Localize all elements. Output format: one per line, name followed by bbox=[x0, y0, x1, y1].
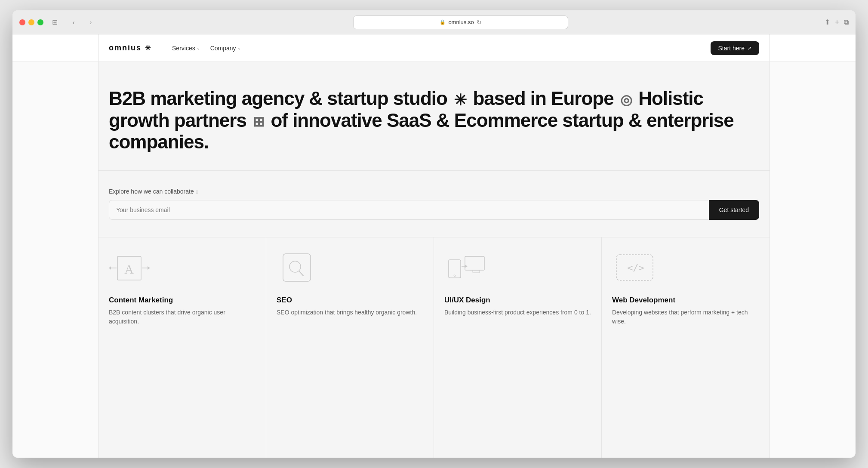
logo-icon: ✳ bbox=[145, 44, 151, 52]
services-grid: A Content Marketing B2B content clusters… bbox=[98, 237, 770, 458]
cta-label-text: Explore how we can collaborate ↓ bbox=[109, 188, 199, 195]
svg-rect-11 bbox=[465, 256, 484, 270]
content-marketing-title: Content Marketing bbox=[109, 296, 255, 305]
hero-title: B2B marketing agency & startup studio ✳ … bbox=[109, 88, 759, 153]
address-bar-container: 🔒 omnius.so ↻ bbox=[102, 15, 819, 29]
get-started-button[interactable]: Get started bbox=[709, 200, 759, 220]
svg-marker-3 bbox=[109, 266, 111, 270]
share-icon[interactable]: ⬆ bbox=[825, 18, 830, 26]
service-card-seo: SEO SEO optimization that brings healthy… bbox=[266, 237, 434, 458]
svg-marker-15 bbox=[465, 265, 468, 268]
cta-section: Explore how we can collaborate ↓ Get sta… bbox=[98, 171, 770, 237]
forward-button[interactable]: › bbox=[85, 16, 97, 28]
back-button[interactable]: ‹ bbox=[68, 16, 80, 28]
get-started-label: Get started bbox=[719, 206, 749, 213]
logo[interactable]: omnius ✳ bbox=[109, 43, 151, 52]
svg-line-8 bbox=[299, 271, 303, 276]
seo-icon bbox=[277, 251, 324, 286]
content-marketing-desc: B2B content clusters that drive organic … bbox=[109, 308, 255, 326]
webdev-icon: </> bbox=[612, 251, 659, 286]
content-marketing-icon: A bbox=[109, 251, 156, 286]
navbar-content: omnius ✳ Services ⌄ Company ⌄ Start here… bbox=[98, 34, 770, 62]
page-content: omnius ✳ Services ⌄ Company ⌄ Start here… bbox=[12, 34, 856, 458]
webdev-desc: Developing websites that perform marketi… bbox=[612, 308, 759, 326]
start-here-button[interactable]: Start here ↗ bbox=[711, 41, 759, 55]
email-input[interactable] bbox=[109, 200, 709, 220]
browser-window: ⊞ ‹ › 🔒 omnius.so ↻ ⬆ ＋ ⧉ omnius ✳ bbox=[12, 10, 856, 458]
service-card-uiux: UI/UX Design Building business-first pro… bbox=[434, 237, 602, 458]
nav-links: Services ⌄ Company ⌄ bbox=[169, 42, 244, 54]
company-label: Company bbox=[210, 45, 236, 52]
url-text: omnius.so bbox=[448, 19, 474, 25]
fullscreen-button[interactable] bbox=[37, 19, 43, 25]
traffic-lights bbox=[19, 19, 43, 25]
svg-rect-13 bbox=[473, 270, 480, 273]
uiux-desc: Building business-first product experien… bbox=[444, 308, 591, 317]
hero-icon-3: ⊞ bbox=[253, 114, 264, 130]
navbar-left-spacer bbox=[12, 34, 98, 62]
seo-title: SEO bbox=[277, 296, 423, 305]
browser-chrome: ⊞ ‹ › 🔒 omnius.so ↻ ⬆ ＋ ⧉ bbox=[12, 10, 856, 34]
start-here-label: Start here bbox=[718, 45, 745, 52]
minimize-button[interactable] bbox=[28, 19, 34, 25]
content-row: B2B marketing agency & startup studio ✳ … bbox=[12, 62, 856, 458]
services-label: Services bbox=[172, 45, 195, 52]
uiux-title: UI/UX Design bbox=[444, 296, 591, 305]
svg-marker-5 bbox=[148, 266, 150, 270]
hero-text-2: based in Europe bbox=[468, 88, 619, 109]
main-panel: B2B marketing agency & startup studio ✳ … bbox=[98, 62, 770, 458]
services-nav-item[interactable]: Services ⌄ bbox=[169, 42, 203, 54]
address-bar[interactable]: 🔒 omnius.so ↻ bbox=[353, 15, 568, 29]
reload-icon[interactable]: ↻ bbox=[477, 19, 482, 26]
close-button[interactable] bbox=[19, 19, 25, 25]
svg-point-10 bbox=[454, 275, 456, 277]
hero-icon-1: ✳ bbox=[454, 91, 466, 109]
company-chevron-icon: ⌄ bbox=[237, 46, 241, 50]
svg-text:A: A bbox=[124, 262, 134, 276]
services-chevron-icon: ⌄ bbox=[197, 46, 200, 50]
webdev-title: Web Development bbox=[612, 296, 759, 305]
tabs-icon[interactable]: ⧉ bbox=[844, 18, 849, 26]
sidebar-toggle-icon[interactable]: ⊞ bbox=[49, 16, 61, 28]
email-form: Get started bbox=[109, 200, 759, 220]
svg-text:</>: </> bbox=[627, 262, 644, 273]
start-here-icon: ↗ bbox=[747, 45, 751, 51]
hero-text-1: B2B marketing agency & startup studio bbox=[109, 88, 452, 109]
svg-rect-9 bbox=[449, 260, 461, 278]
seo-desc: SEO optimization that brings healthy org… bbox=[277, 308, 423, 317]
new-tab-icon[interactable]: ＋ bbox=[834, 18, 840, 27]
hero-icon-2: ◎ bbox=[620, 92, 632, 108]
svg-point-7 bbox=[289, 261, 301, 272]
service-card-webdev: </> Web Development Developing websites … bbox=[602, 237, 770, 458]
left-side-panel bbox=[12, 62, 98, 458]
company-nav-item[interactable]: Company ⌄ bbox=[207, 42, 244, 54]
browser-actions: ⬆ ＋ ⧉ bbox=[825, 18, 849, 27]
hero-section: B2B marketing agency & startup studio ✳ … bbox=[98, 62, 770, 171]
cta-label: Explore how we can collaborate ↓ bbox=[109, 188, 759, 195]
uiux-icon bbox=[444, 251, 492, 286]
svg-rect-6 bbox=[283, 254, 311, 281]
service-card-content-marketing: A Content Marketing B2B content clusters… bbox=[98, 237, 266, 458]
navbar-right-spacer bbox=[770, 34, 856, 62]
navbar: omnius ✳ Services ⌄ Company ⌄ Start here… bbox=[12, 34, 856, 62]
logo-text: omnius bbox=[109, 43, 142, 52]
right-side-panel bbox=[770, 62, 856, 458]
lock-icon: 🔒 bbox=[440, 19, 446, 25]
